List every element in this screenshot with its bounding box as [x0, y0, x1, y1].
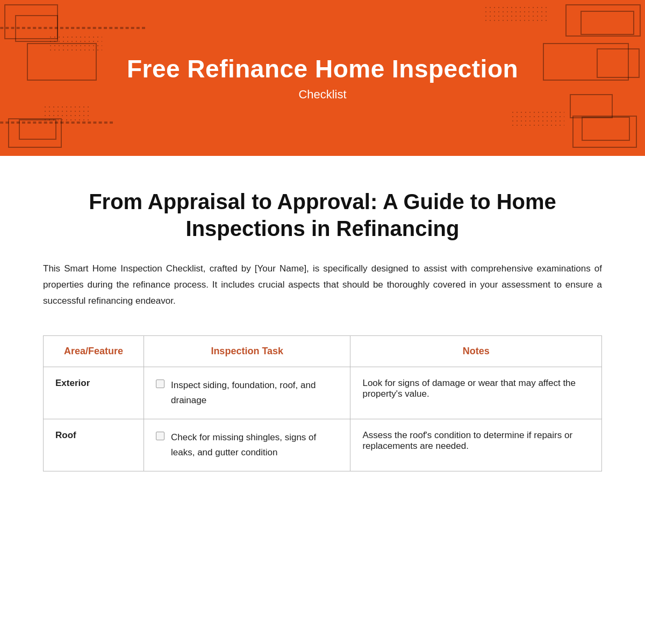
deco-dots-br: [511, 110, 564, 126]
deco-dots-bl: [43, 105, 91, 121]
table-row: Roof Check for missing shingles, signs o…: [44, 419, 602, 471]
deco-dots-tr: [484, 5, 548, 24]
table-row: Exterior Inspect siding, foundation, roo…: [44, 367, 602, 419]
deco-line-h1: [0, 27, 145, 29]
deco-line-bl: [0, 121, 113, 124]
document-title: From Appraisal to Approval: A Guide to H…: [43, 188, 602, 242]
deco-rect-br2: [582, 117, 630, 141]
checkbox-exterior[interactable]: [156, 380, 164, 388]
table-header-task: Inspection Task: [144, 336, 350, 367]
header-subtitle: Checklist: [298, 88, 346, 102]
table-header-row: Area/Feature Inspection Task Notes: [44, 336, 602, 367]
task-cell-roof: Check for missing shingles, signs of lea…: [144, 419, 350, 471]
task-text-exterior: Inspect siding, foundation, roof, and dr…: [171, 378, 338, 408]
header-title: Free Refinance Home Inspection: [127, 54, 518, 83]
notes-cell-exterior: Look for signs of damage or wear that ma…: [350, 367, 602, 419]
task-text-roof: Check for missing shingles, signs of lea…: [171, 430, 338, 460]
checklist-table: Area/Feature Inspection Task Notes Exter…: [43, 335, 602, 471]
area-cell-exterior: Exterior: [44, 367, 144, 419]
deco-rect-tl3: [27, 43, 97, 81]
table-header-area: Area/Feature: [44, 336, 144, 367]
deco-rect-tr4: [597, 48, 640, 78]
notes-cell-roof: Assess the roof's condition to determine…: [350, 419, 602, 471]
main-content: From Appraisal to Approval: A Guide to H…: [0, 156, 645, 504]
checkbox-roof[interactable]: [156, 432, 164, 440]
task-cell-exterior: Inspect siding, foundation, roof, and dr…: [144, 367, 350, 419]
table-header-notes: Notes: [350, 336, 602, 367]
deco-rect-br3: [570, 94, 613, 118]
deco-rect-tr2: [580, 11, 634, 35]
area-cell-roof: Roof: [44, 419, 144, 471]
page-header: Free Refinance Home Inspection Checklist: [0, 0, 645, 156]
document-description: This Smart Home Inspection Checklist, cr…: [43, 261, 602, 309]
